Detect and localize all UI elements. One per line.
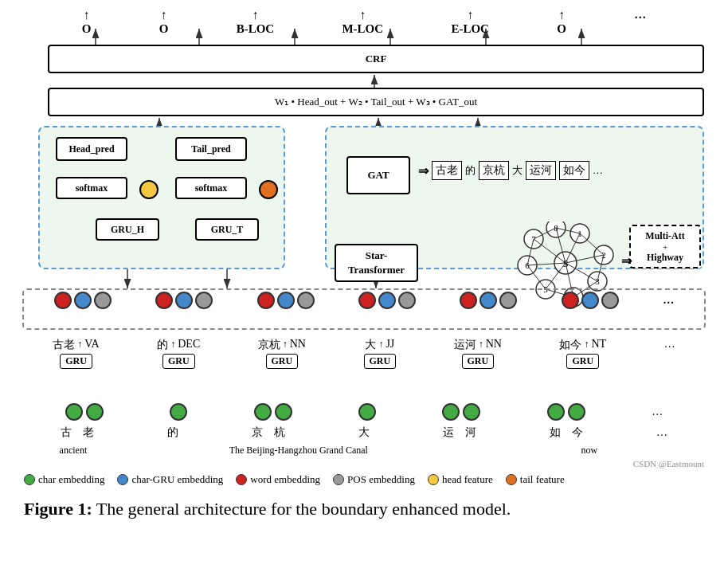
softmax-tail-box: softmax [175,177,247,199]
gru-t-box: GRU_T [195,218,259,241]
char-embed-yun [442,403,460,421]
circles-group-3 [257,292,315,309]
circles-group-5 [460,292,517,309]
char-embed-jin [568,403,585,421]
circles-row: … [16,292,712,309]
diagram-area: ↑ O ↑ O ↑ B-LOC ↑ M-LOC ↑ E-LOC ↑ O [16,8,712,470]
pos-dot-5 [499,292,517,309]
label-eloc: ↑ E-LOC [451,8,489,36]
char-embed-he [463,403,480,421]
tail-feature-circle [259,180,278,199]
svg-line-53 [580,233,604,255]
char-embedding-row: … [16,403,712,421]
char-embed-lao [86,403,104,421]
circles-group-4 [358,292,416,309]
head-feature-circle [139,180,159,199]
caption-text: The general architecture for the boundar… [92,499,511,519]
legend-char-embedding: char embedding [24,473,104,486]
gat-arrow-icon: ⇒ [418,163,429,178]
char-gru-dot-1 [74,292,92,309]
up-arrow-3: ↑ [252,8,258,22]
gat-box: GAT [346,156,410,194]
translation-canal: The Beijing-Hangzhou Grand Canal [229,445,368,457]
legend-dot-red [236,474,247,485]
char-embed-ru [547,403,565,421]
label-text-2: O [159,22,169,36]
crf-box: CRF [48,45,704,73]
translation-ancient: ancient [60,445,88,457]
label-o2: ↑ O [159,8,169,36]
legend-word-embedding: word embedding [236,473,320,486]
label-text-4: M-LOC [342,22,383,36]
circles-group-1 [54,292,112,309]
figure-label: Figure 1: [24,499,92,519]
up-arrow-2: ↑ [160,8,166,22]
word-embedding-dot-3 [257,292,275,309]
translation-row: ancient The Beijing-Hangzhou Grand Canal… [16,445,712,457]
head-pred-box: Head_pred [56,137,127,161]
tail-pred-box: Tail_pred [175,137,247,161]
char-embed-gu [65,403,83,421]
legend-dot-green [24,474,35,485]
csdn-watermark: CSDN @Eastmount [633,459,704,468]
word-group-de: 的 ↑ DEC GRU [157,338,200,369]
pos-dot-1 [94,292,112,309]
star-transformer-box: Star- Transformer [335,244,418,282]
char-gru-dot-2 [175,292,193,309]
label-bloc: ↑ B-LOC [237,8,275,36]
label-o3: ↑ O [557,8,566,36]
figure-caption: Figure 1: The general architecture for t… [16,496,712,522]
legend-dot-orange [506,474,517,485]
up-arrow-1: ↑ [83,8,89,22]
label-text-7: … [634,8,646,22]
char-gru-dot-5 [479,292,497,309]
label-o1: ↑ O [82,8,92,36]
legend-tail-feature: tail feature [506,473,565,486]
legend-row: char embedding char-GRU embedding word e… [16,473,712,486]
word-embedding-dot-6 [562,292,579,309]
up-arrow-5: ↑ [467,8,473,22]
char-embed-de [170,403,187,421]
word-embedding-dot-4 [358,292,376,309]
word-group-gulaao: 古老 ↑ VA GRU [53,338,99,369]
word-group-yunhe: 运河 ↑ NN GRU [454,338,502,369]
softmax-head-box: softmax [56,177,127,199]
word-group-da: 大 ↑ JJ GRU [364,338,397,369]
legend-head-feature: head feature [428,473,493,486]
word-labels-row: 古老 ↑ VA GRU 的 ↑ DEC GRU 京杭 ↑ [16,338,712,369]
char-embed-hang [275,403,292,421]
label-text-5: E-LOC [451,22,489,36]
circles-group-2 [155,292,213,309]
svg-line-50 [534,239,566,263]
word-embedding-dot-5 [460,292,477,309]
legend-dot-yellow [428,474,439,485]
legend-dot-blue [117,474,128,485]
char-gru-dot-4 [378,292,396,309]
legend-char-gru-embedding: char-GRU embedding [117,473,223,486]
word-group-rujin: 如今 ↑ NT GRU [559,338,606,369]
up-arrow-4: ↑ [359,8,366,22]
multi-att-highway-box: Multi-Att + Highway [629,225,701,268]
top-labels: ↑ O ↑ O ↑ B-LOC ↑ M-LOC ↑ E-LOC ↑ O [16,8,712,36]
legend-dot-gray [333,474,344,485]
char-gru-dot-3 [277,292,295,309]
weighted-sum-box: W₁ • Head_out + W₂ • Tail_out + W₃ • GAT… [48,88,704,116]
label-text-6: O [557,22,566,36]
label-mloc: ↑ M-LOC [342,8,383,36]
char-text-row: 古 老 的 京 杭 大 运 河 如 今 … [16,425,712,440]
label-text-1: O [82,22,92,36]
pos-dot-3 [297,292,315,309]
up-arrow-6: ↑ [558,8,565,22]
word-embedding-dot-2 [155,292,173,309]
gat-chars-row: ⇒ 古老 的 京杭 大 运河 如今 … [418,161,603,180]
char-embed-jing [254,403,272,421]
word-group-jinghang: 京杭 ↑ NN GRU [258,338,306,369]
legend-pos-embedding: POS embedding [333,473,415,486]
circles-group-6 [562,292,619,309]
translation-now: now [581,445,597,457]
label-ellipsis: … [634,8,646,22]
char-embed-da [358,403,376,421]
pos-dot-2 [195,292,213,309]
label-text-3: B-LOC [237,22,275,36]
char-gru-dot-6 [581,292,599,309]
